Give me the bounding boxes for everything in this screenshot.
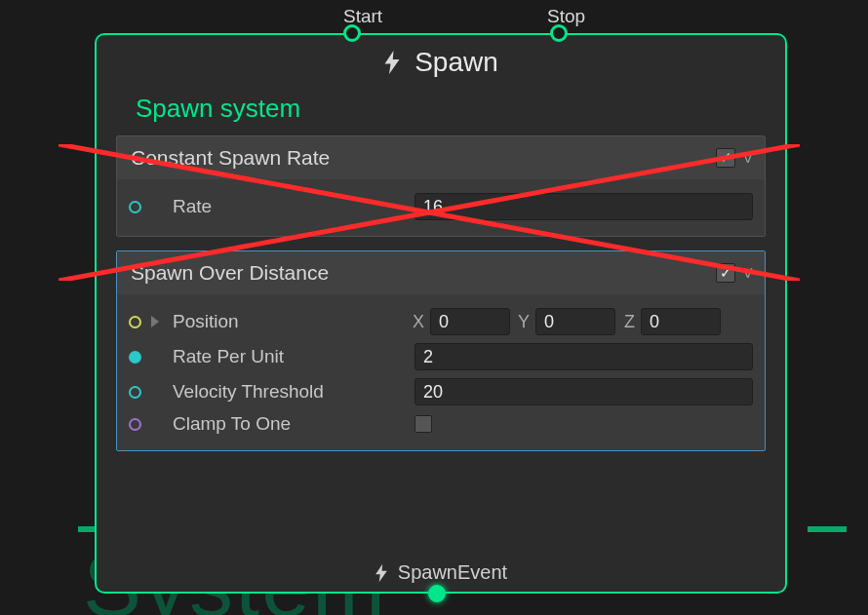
system-label: Spawn system	[97, 90, 785, 135]
spawn-node[interactable]: Start Stop Spawn Spawn system Constant S…	[95, 33, 787, 594]
block-title-sod: Spawn Over Distance	[131, 261, 329, 285]
z-axis-label: Z	[621, 312, 635, 332]
node-title: Spawn	[414, 47, 498, 78]
position-label: Position	[169, 311, 401, 332]
bolt-icon	[383, 50, 401, 75]
position-z-input[interactable]	[641, 308, 721, 335]
pin-clamp-to-one[interactable]	[129, 418, 141, 431]
position-x-input[interactable]	[430, 308, 510, 335]
enable-checkbox-sod[interactable]: ✓	[716, 263, 735, 283]
port-spawn-event[interactable]	[428, 585, 446, 602]
bolt-icon	[375, 563, 388, 583]
pin-rate[interactable]	[129, 201, 141, 213]
rate-per-unit-input[interactable]	[414, 343, 753, 370]
rate-per-unit-label: Rate Per Unit	[151, 346, 405, 367]
port-stop[interactable]	[550, 24, 568, 42]
chevron-down-icon[interactable]: ᐯ	[743, 265, 753, 281]
position-y-input[interactable]	[535, 308, 615, 335]
block-constant-spawn-rate[interactable]: Constant Spawn Rate ✓ ᐯ Rate	[116, 135, 766, 237]
node-footer: SpawnEvent	[97, 561, 785, 584]
velocity-threshold-label: Velocity Threshold	[151, 381, 405, 403]
x-axis-label: X	[411, 312, 424, 332]
chevron-down-icon[interactable]: ᐯ	[743, 150, 753, 166]
node-title-bar: Spawn	[97, 35, 785, 90]
pin-position[interactable]	[129, 316, 141, 328]
clamp-to-one-label: Clamp To One	[151, 413, 405, 435]
y-axis-label: Y	[516, 312, 530, 332]
rate-input[interactable]	[414, 193, 753, 220]
pin-velocity-threshold[interactable]	[129, 386, 141, 399]
block-header-sod[interactable]: Spawn Over Distance ✓ ᐯ	[117, 251, 765, 294]
pin-rate-per-unit[interactable]	[129, 351, 141, 364]
port-stop-label: Stop	[547, 6, 585, 27]
velocity-threshold-input[interactable]	[414, 378, 753, 405]
block-header-csr[interactable]: Constant Spawn Rate ✓ ᐯ	[117, 136, 765, 179]
footer-label: SpawnEvent	[398, 561, 507, 584]
block-spawn-over-distance[interactable]: Spawn Over Distance ✓ ᐯ Position X Y Z	[116, 250, 766, 451]
rate-label: Rate	[151, 196, 405, 217]
enable-checkbox-csr[interactable]: ✓	[716, 148, 735, 168]
expand-arrow-icon[interactable]	[151, 316, 159, 327]
block-title-csr: Constant Spawn Rate	[131, 146, 330, 170]
port-start[interactable]	[343, 24, 361, 42]
clamp-to-one-checkbox[interactable]	[414, 415, 432, 433]
